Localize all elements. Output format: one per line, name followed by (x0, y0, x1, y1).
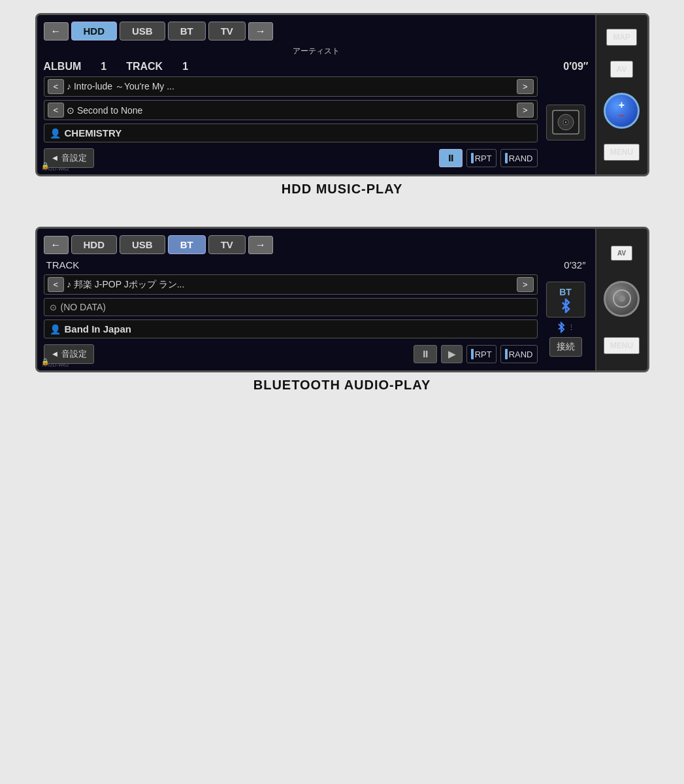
bt-pause-button[interactable]: ⏸ (414, 345, 437, 363)
bt-track-name-display: ♪ 邦楽 J-POP Jポップ ラン... (67, 279, 514, 291)
bt-time: 0′32″ (564, 259, 585, 270)
bt-artist-name-display: Band In Japan (65, 323, 132, 335)
tab-hdd-button[interactable]: HDD (71, 22, 118, 41)
hdd-screen: ← HDD USB BT TV → アーティスト ALBUM 1 TRACK 1… (37, 15, 595, 174)
bt-unit: ← HDD USB BT TV → TRACK 0′32″ < ♪ 邦楽 J-P… (35, 227, 649, 372)
bt-left-content: < ♪ 邦楽 J-POP Jポップ ラン... > ⊙ (NO DATA) 👤 … (44, 274, 538, 364)
connect-button[interactable]: 接続 (549, 337, 582, 357)
bt-model-label: NH2D-W62 (42, 362, 69, 368)
album-name-display: ⊙ Second to None (67, 105, 514, 116)
bt-rand-button[interactable]: RAND (500, 345, 538, 363)
bt-side-panel: AV MENU (595, 229, 647, 370)
artist-row: 👤 CHEMISTRY (44, 123, 538, 142)
hdd-tab-bar: ← HDD USB BT TV → (44, 22, 589, 41)
tab-prev-button[interactable]: ← (44, 22, 69, 41)
bt-side-top-label: AV (611, 246, 632, 261)
bt-album-row: ⊙ (NO DATA) (44, 298, 538, 316)
bt-rand-bar-icon (505, 349, 508, 359)
track-time: 0′09″ (208, 61, 588, 73)
artist-name-display: CHEMISTRY (65, 127, 122, 139)
bt-section: ← HDD USB BT TV → TRACK 0′32″ < ♪ 邦楽 J-P… (0, 214, 684, 410)
bt-volume-knob[interactable] (604, 281, 640, 317)
rand-button[interactable]: RAND (500, 149, 538, 167)
bt-tab-bar: ← HDD USB BT TV → (44, 235, 589, 254)
artist-label: アーティスト (44, 46, 589, 57)
hdd-side-panel: MAP AV + – MENU (595, 15, 647, 174)
hdd-section-label: HDD MUSIC-PLAY (282, 182, 403, 197)
bt-status-row: ⋮ (556, 321, 575, 333)
album-label: ALBUM (44, 61, 82, 73)
hdd-left-content: < ♪ Intro-lude ～You're My ... > < ⊙ Seco… (44, 76, 538, 168)
bt-track-selector-row: < ♪ 邦楽 J-POP Jポップ ラン... > (44, 274, 538, 295)
sound-settings-button[interactable]: ◄ 音設定 (44, 148, 94, 168)
bt-track-next-button[interactable]: > (517, 277, 534, 292)
bt-tab-bt-button[interactable]: BT (168, 235, 206, 254)
bt-rpt-button[interactable]: RPT (466, 345, 497, 363)
track-next-button[interactable]: > (517, 79, 534, 94)
rpt-button[interactable]: RPT (466, 149, 497, 167)
album-num: 1 (101, 61, 106, 73)
album-prev-button[interactable]: < (48, 103, 65, 118)
album-next-button[interactable]: > (517, 103, 534, 118)
tab-bt-button[interactable]: BT (168, 22, 206, 41)
rand-bar-icon (505, 153, 508, 163)
track-selector-row: < ♪ Intro-lude ～You're My ... > (44, 76, 538, 97)
volume-knob[interactable]: + – (604, 93, 640, 129)
tab-usb-button[interactable]: USB (120, 22, 165, 41)
tab-tv-button[interactable]: TV (208, 22, 246, 41)
map-button[interactable]: MAP (606, 29, 637, 46)
bt-tab-next-button[interactable]: → (248, 236, 273, 254)
bt-rpt-bar-icon (471, 349, 474, 359)
bt-icon-box: BT (546, 282, 585, 318)
bt-section-label: BLUETOOTH AUDIO-PLAY (253, 378, 431, 393)
bt-dots: ⋮ (568, 323, 575, 332)
bt-sound-settings-button[interactable]: ◄ 音設定 (44, 344, 94, 364)
svg-point-5 (619, 295, 625, 302)
menu-button[interactable]: MENU (604, 144, 640, 161)
bt-tab-tv-button[interactable]: TV (208, 235, 246, 254)
track-info-row: ALBUM 1 TRACK 1 0′09″ (44, 61, 589, 73)
bt-menu-button[interactable]: MENU (604, 337, 640, 354)
rpt-bar-icon (471, 153, 474, 163)
bt-label-text: BT (559, 287, 572, 297)
tab-next-button[interactable]: → (248, 22, 273, 41)
vol-minus-icon: – (619, 110, 625, 121)
hdd-unit: ← HDD USB BT TV → アーティスト ALBUM 1 TRACK 1… (35, 13, 649, 176)
bt-disc-icon: ⊙ (50, 302, 57, 312)
bt-track-prev-button[interactable]: < (48, 277, 65, 292)
hdd-controls-row: ◄ 音設定 ⏸ RPT RAND (44, 148, 538, 168)
model-label: NH2D-W62 (42, 166, 69, 172)
svg-point-3 (564, 122, 566, 123)
hdd-section: ← HDD USB BT TV → アーティスト ALBUM 1 TRACK 1… (0, 0, 684, 214)
bt-track-info-row: TRACK 0′32″ (44, 259, 589, 270)
pause-button[interactable]: ⏸ (439, 149, 463, 167)
hdd-content-area: < ♪ Intro-lude ～You're My ... > < ⊙ Seco… (44, 76, 589, 168)
bt-track-label: TRACK (46, 259, 80, 270)
bt-person-icon: 👤 (50, 324, 61, 335)
av-button[interactable]: AV (610, 61, 634, 78)
bt-album-display: (NO DATA) (61, 302, 106, 312)
track-prev-button[interactable]: < (48, 79, 65, 94)
bt-right-icons: BT ⋮ 接続 (543, 274, 589, 364)
track-name-display: ♪ Intro-lude ～You're My ... (67, 81, 514, 93)
bt-controls-row: ◄ 音設定 ⏸ ▶ RPT RAND (44, 344, 538, 364)
bt-play-button[interactable]: ▶ (441, 345, 463, 363)
album-selector-row: < ⊙ Second to None > (44, 100, 538, 120)
hdd-right-icons (543, 76, 589, 168)
person-icon: 👤 (50, 128, 61, 139)
vol-plus-icon: + (619, 100, 625, 110)
bt-content-area: < ♪ 邦楽 J-POP Jポップ ラン... > ⊙ (NO DATA) 👤 … (44, 274, 589, 364)
bt-tab-hdd-button[interactable]: HDD (71, 235, 118, 254)
bt-tab-prev-button[interactable]: ← (44, 236, 69, 254)
track-num: 1 (182, 61, 188, 73)
bt-artist-row: 👤 Band In Japan (44, 319, 538, 338)
bt-screen: ← HDD USB BT TV → TRACK 0′32″ < ♪ 邦楽 J-P… (37, 229, 595, 370)
disc-icon (546, 105, 585, 140)
bt-tab-usb-button[interactable]: USB (120, 235, 165, 254)
track-label: TRACK (126, 61, 163, 73)
